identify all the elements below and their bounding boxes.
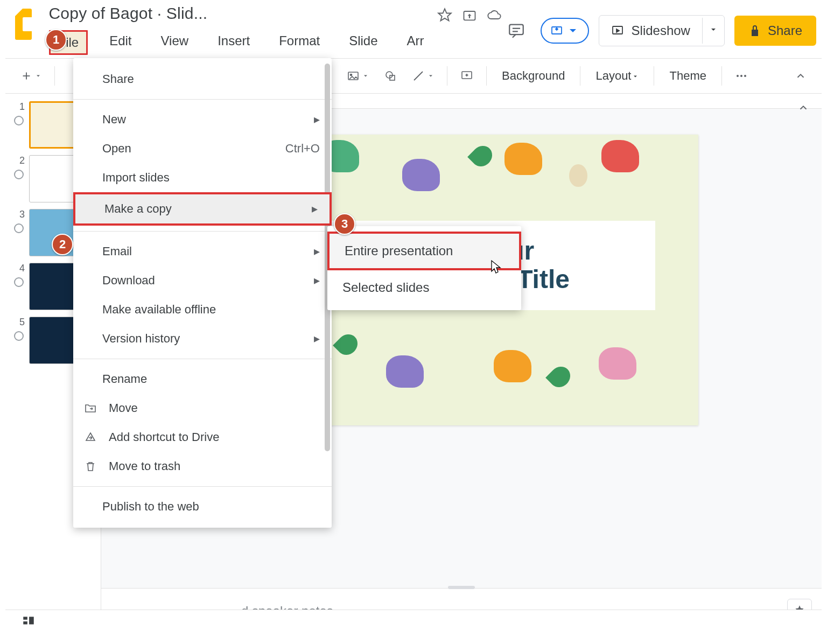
menu-format[interactable]: Format bbox=[271, 30, 327, 55]
folder-move-icon bbox=[84, 402, 100, 415]
svg-point-9 bbox=[351, 74, 352, 76]
chevron-up-icon[interactable] bbox=[793, 97, 814, 118]
svg-point-14 bbox=[737, 75, 739, 77]
move-to-drive-icon[interactable] bbox=[462, 8, 477, 23]
theme-button[interactable]: Theme bbox=[662, 65, 713, 87]
document-title[interactable]: Copy of Bagot · Slid... bbox=[49, 4, 432, 23]
svg-rect-17 bbox=[23, 617, 27, 619]
layout-button[interactable]: Layout bbox=[588, 65, 646, 87]
menu-version-history[interactable]: Version history▸ bbox=[73, 324, 332, 353]
svg-point-15 bbox=[740, 75, 742, 77]
svg-point-10 bbox=[386, 72, 393, 78]
menu-open[interactable]: OpenCtrl+O bbox=[73, 134, 332, 163]
cloud-icon[interactable] bbox=[487, 8, 502, 23]
shape-button[interactable] bbox=[379, 65, 402, 87]
slideshow-label: Slideshow bbox=[632, 23, 690, 38]
link-icon bbox=[12, 221, 25, 235]
image-button[interactable] bbox=[341, 65, 374, 87]
trash-icon bbox=[84, 460, 100, 473]
menu-add-shortcut[interactable]: Add shortcut to Drive bbox=[73, 423, 332, 452]
link-icon bbox=[12, 114, 25, 127]
slideshow-button[interactable]: Slideshow bbox=[599, 15, 725, 46]
menu-insert[interactable]: Insert bbox=[210, 30, 257, 55]
line-button[interactable] bbox=[407, 65, 439, 87]
svg-rect-2 bbox=[509, 25, 523, 34]
header-right: Slideshow Share bbox=[502, 15, 816, 46]
menu-rename[interactable]: Rename bbox=[73, 365, 332, 394]
menubar: File Edit View Insert Format Slide Arr bbox=[49, 30, 432, 55]
menu-arrange[interactable]: Arr bbox=[400, 30, 432, 55]
drive-shortcut-icon bbox=[84, 431, 100, 444]
menu-download[interactable]: Download▸ bbox=[73, 266, 332, 295]
comments-icon[interactable] bbox=[502, 16, 531, 45]
svg-rect-18 bbox=[23, 621, 27, 624]
menu-offline[interactable]: Make available offline bbox=[73, 295, 332, 324]
menu-make-a-copy[interactable]: Make a copy▸ bbox=[73, 192, 332, 226]
title-icons bbox=[437, 8, 502, 23]
menu-new[interactable]: New▸ bbox=[73, 105, 332, 134]
comment-button[interactable] bbox=[455, 65, 479, 87]
slides-logo-icon bbox=[15, 9, 32, 40]
collapse-toolbar-icon[interactable] bbox=[789, 66, 812, 86]
menu-move[interactable]: Move bbox=[73, 394, 332, 423]
present-button[interactable] bbox=[541, 18, 589, 44]
menu-slide[interactable]: Slide bbox=[341, 30, 385, 55]
menu-edit[interactable]: Edit bbox=[102, 30, 139, 55]
cursor-icon bbox=[490, 260, 503, 278]
background-button[interactable]: Background bbox=[494, 65, 572, 87]
svg-point-16 bbox=[744, 75, 746, 77]
annotation-badge-1: 1 bbox=[45, 29, 67, 51]
bottom-bar bbox=[5, 610, 822, 633]
menu-import-slides[interactable]: Import slides bbox=[73, 163, 332, 192]
link-icon bbox=[12, 167, 25, 181]
link-icon bbox=[12, 275, 25, 289]
more-icon[interactable] bbox=[730, 65, 753, 87]
menu-share[interactable]: Share bbox=[73, 65, 332, 94]
svg-marker-7 bbox=[616, 29, 619, 32]
menu-view[interactable]: View bbox=[153, 30, 197, 55]
menu-email[interactable]: Email▸ bbox=[73, 237, 332, 266]
file-menu-popup: Share New▸ OpenCtrl+O Import slides Make… bbox=[73, 58, 332, 528]
share-label: Share bbox=[768, 23, 802, 38]
header: Copy of Bagot · Slid... File Edit View I… bbox=[5, 0, 822, 58]
new-slide-button[interactable] bbox=[15, 66, 47, 86]
annotation-badge-2: 2 bbox=[52, 234, 73, 255]
title-block: Copy of Bagot · Slid... File Edit View I… bbox=[49, 4, 432, 55]
annotation-badge-3: 3 bbox=[334, 213, 355, 235]
menu-publish[interactable]: Publish to the web bbox=[73, 492, 332, 521]
grid-view-icon[interactable] bbox=[22, 614, 36, 630]
notes-resize-handle[interactable] bbox=[448, 586, 475, 589]
link-icon bbox=[12, 329, 25, 342]
star-icon[interactable] bbox=[437, 8, 452, 23]
svg-rect-19 bbox=[29, 617, 34, 624]
svg-marker-0 bbox=[438, 9, 451, 20]
share-button[interactable]: Share bbox=[734, 16, 816, 46]
slideshow-dropdown[interactable] bbox=[702, 18, 724, 44]
svg-line-12 bbox=[414, 72, 423, 80]
menu-move-to-trash[interactable]: Move to trash bbox=[73, 452, 332, 481]
